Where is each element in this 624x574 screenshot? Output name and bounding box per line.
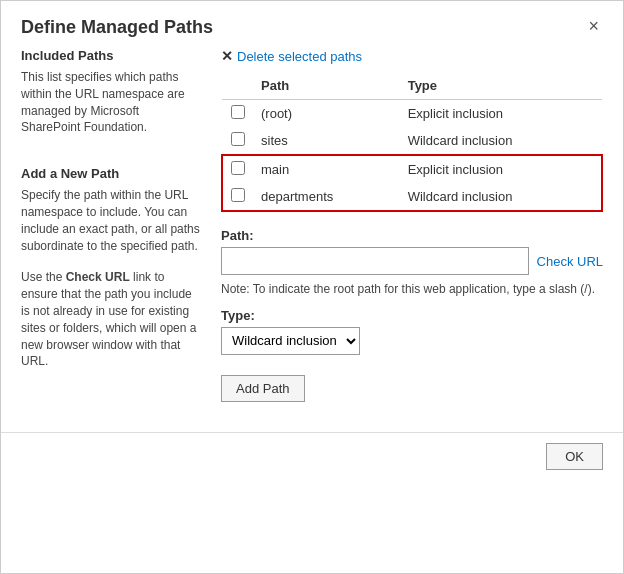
row-checkbox-cell	[222, 155, 253, 183]
col-checkbox	[222, 72, 253, 100]
input-row: Check URL	[221, 247, 603, 275]
paths-table: Path Type (root) Explicit inclusion site…	[221, 72, 603, 212]
type-select[interactable]: Wildcard inclusionExplicit inclusion	[221, 327, 360, 355]
close-button[interactable]: ×	[584, 17, 603, 35]
row-checkbox[interactable]	[231, 188, 245, 202]
dialog-title: Define Managed Paths	[21, 17, 213, 38]
delete-selected-link[interactable]: ✕ Delete selected paths	[221, 48, 603, 64]
dialog: Define Managed Paths × Included Paths Th…	[0, 0, 624, 574]
note-text: Note: To indicate the root path for this…	[221, 281, 603, 298]
add-path-section: Add a New Path Specify the path within t…	[21, 166, 201, 370]
row-checkbox[interactable]	[231, 161, 245, 175]
row-type: Explicit inclusion	[400, 100, 602, 128]
table-row: departments Wildcard inclusion	[222, 183, 602, 211]
row-checkbox-cell	[222, 100, 253, 128]
add-path-title: Add a New Path	[21, 166, 201, 181]
left-panel: Included Paths This list specifies which…	[21, 48, 201, 402]
ok-button[interactable]: OK	[546, 443, 603, 470]
dialog-body: Included Paths This list specifies which…	[1, 48, 623, 422]
row-path: departments	[253, 183, 400, 211]
dialog-footer: OK	[1, 432, 623, 480]
check-url-link[interactable]: Check URL	[537, 254, 603, 269]
right-panel: ✕ Delete selected paths Path Type (root)	[221, 48, 603, 402]
row-type: Wildcard inclusion	[400, 127, 602, 155]
col-path-header: Path	[253, 72, 400, 100]
included-paths-desc: This list specifies which paths within t…	[21, 69, 201, 136]
add-path-button[interactable]: Add Path	[221, 375, 305, 402]
row-type: Explicit inclusion	[400, 155, 602, 183]
included-paths-title: Included Paths	[21, 48, 201, 63]
path-field-row: Path: Check URL Note: To indicate the ro…	[221, 228, 603, 298]
add-path-desc2: Use the Check URL link to ensure that th…	[21, 269, 201, 370]
type-field-row: Type: Wildcard inclusionExplicit inclusi…	[221, 308, 603, 355]
delete-label: Delete selected paths	[237, 49, 362, 64]
row-path: (root)	[253, 100, 400, 128]
table-row: main Explicit inclusion	[222, 155, 602, 183]
row-path: main	[253, 155, 400, 183]
path-input[interactable]	[221, 247, 529, 275]
row-checkbox-cell	[222, 127, 253, 155]
col-type-header: Type	[400, 72, 602, 100]
row-path: sites	[253, 127, 400, 155]
dialog-header: Define Managed Paths ×	[1, 1, 623, 48]
type-label: Type:	[221, 308, 603, 323]
row-checkbox[interactable]	[231, 132, 245, 146]
row-checkbox[interactable]	[231, 105, 245, 119]
path-label: Path:	[221, 228, 603, 243]
table-row: sites Wildcard inclusion	[222, 127, 602, 155]
table-row: (root) Explicit inclusion	[222, 100, 602, 128]
row-type: Wildcard inclusion	[400, 183, 602, 211]
row-checkbox-cell	[222, 183, 253, 211]
add-path-desc: Specify the path within the URL namespac…	[21, 187, 201, 254]
path-form: Path: Check URL Note: To indicate the ro…	[221, 228, 603, 402]
x-icon: ✕	[221, 48, 233, 64]
